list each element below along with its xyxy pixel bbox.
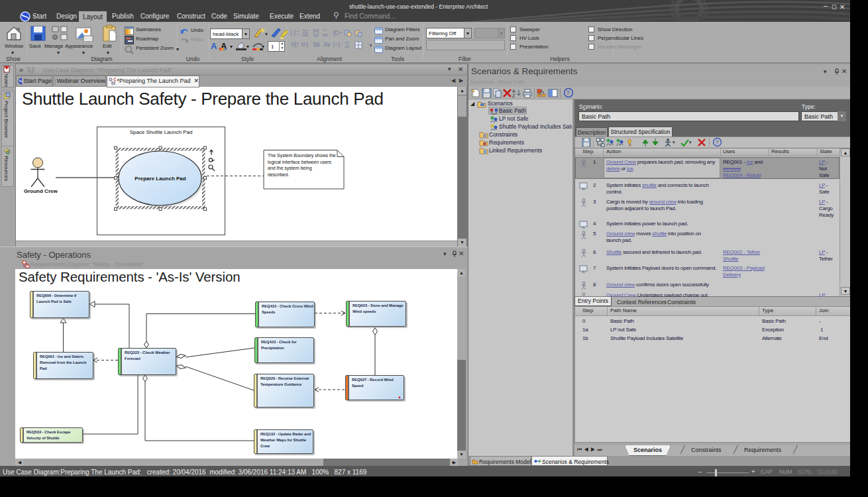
svg-text:Ground Crew: Ground Crew (24, 188, 58, 194)
svg-text:described.: described. (268, 172, 289, 177)
svg-text:Space Shuttle Launch Pad: Space Shuttle Launch Pad (130, 129, 193, 135)
svg-text:The System Boundary shows the: The System Boundary shows the (268, 153, 336, 158)
svg-text:A: A (512, 89, 515, 93)
svg-text:Prepare Launch Pad: Prepare Launch Pad (135, 176, 186, 182)
svg-text:?: ? (567, 89, 570, 96)
svg-text:logical interface between user: logical interface between users (268, 160, 332, 165)
svg-text:Z: Z (512, 93, 515, 98)
svg-text:and the system being: and the system being (268, 166, 312, 171)
svg-text:▾: ▾ (265, 31, 268, 37)
svg-text:?: ? (716, 139, 719, 146)
